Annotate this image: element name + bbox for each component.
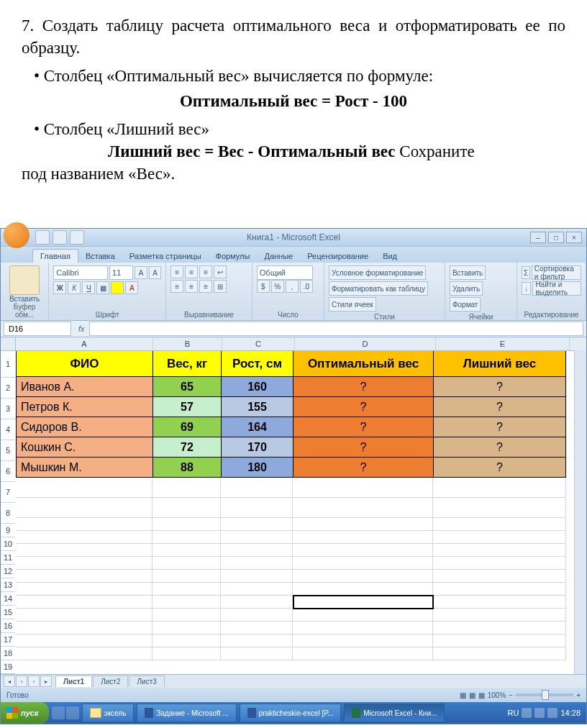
cell[interactable] xyxy=(221,583,293,596)
taskbar-item[interactable]: Microsoft Excel - Кни... xyxy=(344,704,445,722)
row-header[interactable]: 3 xyxy=(1,399,15,419)
cell-opt[interactable]: ? xyxy=(293,458,433,478)
font-size-select[interactable]: 11 xyxy=(109,265,133,280)
browser-icon[interactable] xyxy=(52,706,65,719)
bold-icon[interactable]: Ж xyxy=(53,281,66,294)
view-layout-icon[interactable]: ▦ xyxy=(469,691,475,699)
cell[interactable] xyxy=(293,609,433,622)
find-button[interactable]: Найти и выделить xyxy=(532,281,581,296)
vertical-scrollbar[interactable] xyxy=(574,350,586,674)
cell[interactable] xyxy=(221,478,293,498)
align-right-icon[interactable]: ≡ xyxy=(199,280,212,293)
cell-opt[interactable]: ? xyxy=(293,437,433,458)
align-mid-icon[interactable]: ≡ xyxy=(185,265,198,278)
cell[interactable] xyxy=(153,518,221,531)
cell[interactable] xyxy=(153,544,221,557)
maximize-icon[interactable]: □ xyxy=(548,232,564,243)
cell[interactable] xyxy=(16,583,153,596)
sort-button[interactable]: Сортировка и фильтр xyxy=(532,265,581,280)
cell[interactable] xyxy=(221,609,293,622)
tab-insert[interactable]: Вставка xyxy=(78,250,122,263)
row-header[interactable]: 4 xyxy=(1,419,15,440)
font-name-select[interactable]: Calibri xyxy=(53,265,108,280)
select-all-corner[interactable] xyxy=(1,337,16,351)
cell-header[interactable]: Вес, кг xyxy=(153,351,221,377)
view-break-icon[interactable]: ▦ xyxy=(478,691,485,699)
cell[interactable] xyxy=(16,596,153,609)
row-header[interactable]: 13 xyxy=(1,578,15,592)
close-icon[interactable]: × xyxy=(566,232,582,243)
cell-extra[interactable]: ? xyxy=(433,397,566,417)
cell-fio[interactable]: Петров К. xyxy=(16,397,153,417)
comma-icon[interactable]: , xyxy=(286,280,299,293)
zoom-out-icon[interactable]: − xyxy=(509,691,513,699)
cell-extra[interactable]: ? xyxy=(433,417,566,437)
align-left-icon[interactable]: ≡ xyxy=(170,280,183,293)
cell[interactable] xyxy=(153,478,221,498)
shrink-font-icon[interactable]: A xyxy=(149,266,162,279)
cell[interactable] xyxy=(433,518,566,531)
cell-rost[interactable]: 170 xyxy=(221,437,293,458)
cell-fio[interactable]: Кошкин С. xyxy=(16,437,153,458)
last-sheet-icon[interactable]: ▸ xyxy=(40,675,52,687)
cell[interactable] xyxy=(153,634,221,647)
tray-icon[interactable] xyxy=(547,708,558,718)
row-header[interactable]: 18 xyxy=(1,647,15,660)
cell[interactable] xyxy=(153,570,221,583)
row-header[interactable]: 7 xyxy=(1,482,15,503)
tab-view[interactable]: Вид xyxy=(376,250,404,263)
lang-indicator[interactable]: RU xyxy=(508,709,519,717)
cell-extra[interactable]: ? xyxy=(433,437,566,458)
cell-opt[interactable]: ? xyxy=(293,397,433,417)
taskbar-item[interactable]: Задание - Microsoft ... xyxy=(137,704,236,722)
row-header[interactable]: 2 xyxy=(1,378,15,399)
cell[interactable] xyxy=(433,609,566,622)
cell-extra[interactable]: ? xyxy=(433,377,566,397)
italic-icon[interactable]: К xyxy=(68,281,81,294)
sheet-tab-3[interactable]: Лист3 xyxy=(129,675,164,687)
insert-button[interactable]: Вставить xyxy=(450,265,486,280)
first-sheet-icon[interactable]: ◂ xyxy=(4,675,15,687)
cell[interactable] xyxy=(433,647,566,660)
cell-ves[interactable]: 65 xyxy=(153,377,221,397)
prev-sheet-icon[interactable]: ‹ xyxy=(16,675,27,687)
row-header[interactable]: 16 xyxy=(1,619,15,633)
cell[interactable] xyxy=(153,622,221,634)
cell[interactable] xyxy=(221,622,293,634)
cell[interactable] xyxy=(433,622,566,634)
row-header[interactable]: 12 xyxy=(1,565,15,578)
next-sheet-icon[interactable]: › xyxy=(28,675,40,687)
cell-opt[interactable]: ? xyxy=(293,377,433,397)
currency-icon[interactable]: $ xyxy=(257,280,270,293)
row-header[interactable]: 6 xyxy=(1,461,15,482)
wrap-icon[interactable]: ↩ xyxy=(214,265,227,278)
cell[interactable] xyxy=(16,531,153,544)
cell-rost[interactable]: 160 xyxy=(221,377,293,397)
cell[interactable] xyxy=(433,478,566,498)
grow-font-icon[interactable]: A xyxy=(135,266,147,279)
cell-fio[interactable]: Мышкин М. xyxy=(16,458,153,478)
tray-icon[interactable] xyxy=(534,708,545,718)
cell[interactable] xyxy=(293,622,433,634)
tab-formulas[interactable]: Формулы xyxy=(209,250,258,263)
cell[interactable] xyxy=(16,622,153,634)
merge-icon[interactable]: ⊞ xyxy=(214,280,227,293)
cell-ves[interactable]: 69 xyxy=(153,417,221,437)
align-bot-icon[interactable]: ≡ xyxy=(199,265,212,278)
row-header[interactable]: 14 xyxy=(1,592,15,606)
cell[interactable] xyxy=(221,570,293,583)
cell[interactable] xyxy=(221,531,293,544)
cell-header[interactable]: Оптимальный вес xyxy=(293,351,433,377)
row-header[interactable]: 11 xyxy=(1,551,15,565)
formula-input[interactable] xyxy=(89,322,583,336)
inc-dec-icon[interactable]: .0 xyxy=(300,280,313,293)
align-center-icon[interactable]: ≡ xyxy=(185,280,198,293)
cell[interactable] xyxy=(293,531,433,544)
fx-icon[interactable]: fx xyxy=(74,324,89,333)
row-header[interactable]: 5 xyxy=(1,440,15,461)
cell[interactable] xyxy=(153,609,221,622)
align-top-icon[interactable]: ≡ xyxy=(170,265,183,278)
border-icon[interactable]: ▦ xyxy=(96,281,109,294)
fill-icon[interactable] xyxy=(111,281,124,294)
cell[interactable] xyxy=(221,557,293,570)
